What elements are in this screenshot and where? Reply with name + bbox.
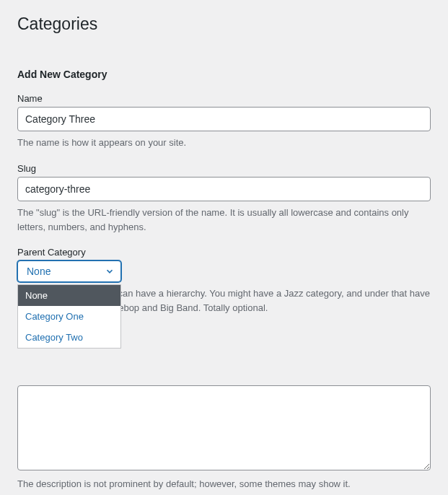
- slug-input[interactable]: [17, 177, 431, 201]
- section-heading: Add New Category: [17, 69, 431, 80]
- name-input[interactable]: [17, 107, 431, 131]
- page-title: Categories: [17, 14, 431, 34]
- description-help: The description is not prominent by defa…: [17, 477, 431, 491]
- parent-dropdown-list: None Category One Category Two: [17, 284, 121, 349]
- slug-help: The "slug" is the URL-friendly version o…: [17, 206, 431, 234]
- description-textarea[interactable]: [17, 385, 431, 470]
- slug-label: Slug: [17, 163, 431, 174]
- parent-select[interactable]: None: [17, 260, 121, 282]
- parent-option-none[interactable]: None: [18, 285, 120, 306]
- parent-option-two[interactable]: Category Two: [18, 327, 120, 348]
- description-field-wrapper: The description is not prominent by defa…: [17, 328, 431, 491]
- parent-selected-value: None: [27, 266, 50, 277]
- name-label: Name: [17, 93, 431, 104]
- name-help: The name is how it appears on your site.: [17, 136, 431, 150]
- chevron-down-icon: [105, 266, 115, 276]
- parent-field-wrapper: Parent Category None None Category One C…: [17, 247, 431, 315]
- slug-field-wrapper: Slug The "slug" is the URL-friendly vers…: [17, 163, 431, 234]
- parent-option-one[interactable]: Category One: [18, 306, 120, 327]
- name-field-wrapper: Name The name is how it appears on your …: [17, 93, 431, 150]
- parent-label: Parent Category: [17, 247, 431, 258]
